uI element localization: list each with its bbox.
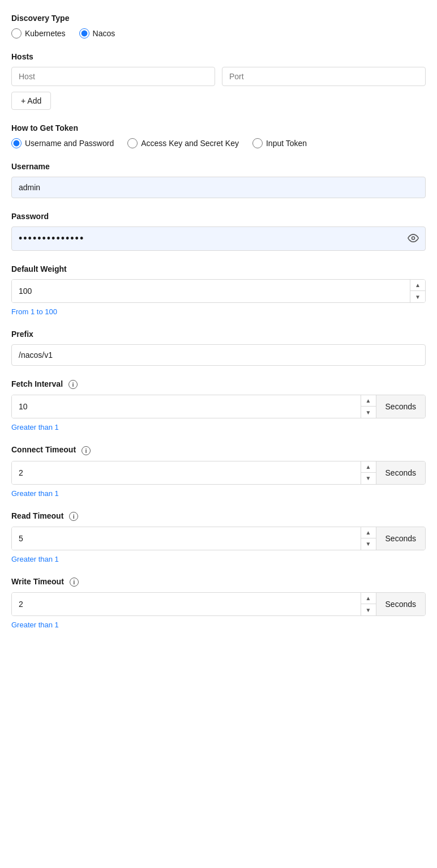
radio-nacos[interactable]: Nacos — [79, 28, 115, 39]
radio-kubernetes[interactable]: Kubernetes — [11, 28, 66, 39]
connect-timeout-info-icon[interactable]: i — [82, 446, 91, 455]
connect-timeout-number-field: ▲ ▼ Seconds — [11, 461, 426, 485]
username-input[interactable] — [11, 177, 426, 198]
discovery-type-label: Discovery Type — [11, 14, 426, 23]
default-weight-field-row: ▲ ▼ — [11, 279, 426, 303]
write-timeout-number-field: ▲ ▼ Seconds — [11, 592, 426, 616]
read-timeout-section: Read Timeout i ▲ ▼ Seconds Greater than … — [11, 511, 426, 563]
write-timeout-up-btn[interactable]: ▲ — [361, 593, 376, 604]
connect-timeout-up-btn[interactable]: ▲ — [361, 461, 376, 473]
password-field-row — [11, 226, 426, 251]
write-timeout-down-btn[interactable]: ▼ — [361, 604, 376, 615]
radio-input-token[interactable]: Input Token — [252, 138, 307, 148]
write-timeout-label: Write Timeout i — [11, 577, 426, 587]
username-field-row — [11, 177, 426, 198]
discovery-type-section: Discovery Type Kubernetes Nacos — [11, 14, 426, 39]
connect-timeout-input[interactable] — [12, 461, 361, 484]
host-input[interactable] — [11, 67, 215, 86]
radio-access-key[interactable]: Access Key and Secret Key — [127, 138, 239, 148]
default-weight-hint: From 1 to 100 — [11, 307, 426, 316]
fetch-interval-info-icon[interactable]: i — [68, 380, 78, 389]
write-timeout-unit: Seconds — [376, 593, 425, 615]
fetch-interval-input[interactable] — [12, 395, 361, 418]
read-timeout-info-icon[interactable]: i — [69, 512, 78, 521]
prefix-section: Prefix — [11, 330, 426, 366]
fetch-interval-field-row: ▲ ▼ Seconds — [11, 395, 426, 418]
prefix-input[interactable] — [11, 344, 426, 366]
connect-timeout-hint: Greater than 1 — [11, 489, 426, 498]
read-timeout-input[interactable] — [12, 527, 361, 550]
password-section: Password — [11, 212, 426, 251]
write-timeout-input[interactable] — [12, 593, 361, 615]
fetch-interval-number-field: ▲ ▼ Seconds — [11, 395, 426, 418]
read-timeout-number-field: ▲ ▼ Seconds — [11, 527, 426, 550]
hosts-row — [11, 67, 426, 86]
read-timeout-label: Read Timeout i — [11, 511, 426, 521]
prefix-field-row — [11, 344, 426, 366]
token-method-radio-group: Username and Password Access Key and Sec… — [11, 138, 426, 148]
write-timeout-info-icon[interactable]: i — [70, 578, 79, 587]
password-toggle-icon[interactable] — [408, 232, 419, 245]
default-weight-spinner: ▲ ▼ — [410, 280, 425, 302]
username-section: Username — [11, 162, 426, 198]
password-input[interactable] — [11, 226, 426, 251]
radio-username-password[interactable]: Username and Password — [11, 138, 114, 148]
connect-timeout-unit: Seconds — [376, 461, 425, 484]
read-timeout-down-btn[interactable]: ▼ — [361, 538, 376, 550]
default-weight-input[interactable] — [12, 280, 410, 302]
write-timeout-section: Write Timeout i ▲ ▼ Seconds Greater than… — [11, 577, 426, 629]
fetch-interval-down-btn[interactable]: ▼ — [361, 407, 376, 418]
svg-point-0 — [412, 237, 415, 240]
username-label: Username — [11, 162, 426, 171]
read-timeout-up-btn[interactable]: ▲ — [361, 527, 376, 538]
port-input[interactable] — [222, 67, 426, 86]
how-to-get-token-label: How to Get Token — [11, 123, 426, 132]
default-weight-up-btn[interactable]: ▲ — [410, 280, 425, 291]
read-timeout-field-row: ▲ ▼ Seconds — [11, 527, 426, 550]
fetch-interval-hint: Greater than 1 — [11, 423, 426, 431]
fetch-interval-section: Fetch Interval i ▲ ▼ Seconds Greater tha… — [11, 379, 426, 431]
connect-timeout-section: Connect Timeout i ▲ ▼ Seconds Greater th… — [11, 445, 426, 497]
read-timeout-spinner: ▲ ▼ — [361, 527, 376, 550]
prefix-label: Prefix — [11, 330, 426, 339]
hosts-section: Hosts + Add — [11, 52, 426, 110]
default-weight-section: Default Weight ▲ ▼ From 1 to 100 — [11, 264, 426, 316]
default-weight-down-btn[interactable]: ▼ — [410, 291, 425, 302]
fetch-interval-unit: Seconds — [376, 395, 425, 418]
hosts-label: Hosts — [11, 52, 426, 61]
fetch-interval-up-btn[interactable]: ▲ — [361, 395, 376, 407]
write-timeout-field-row: ▲ ▼ Seconds — [11, 592, 426, 616]
how-to-get-token-section: How to Get Token Username and Password A… — [11, 123, 426, 148]
connect-timeout-down-btn[interactable]: ▼ — [361, 473, 376, 484]
write-timeout-spinner: ▲ ▼ — [361, 593, 376, 615]
write-timeout-hint: Greater than 1 — [11, 621, 426, 629]
fetch-interval-label: Fetch Interval i — [11, 379, 426, 389]
add-host-button[interactable]: + Add — [11, 92, 51, 110]
default-weight-label: Default Weight — [11, 264, 426, 273]
connect-timeout-field-row: ▲ ▼ Seconds — [11, 461, 426, 485]
connect-timeout-spinner: ▲ ▼ — [361, 461, 376, 484]
read-timeout-hint: Greater than 1 — [11, 555, 426, 563]
discovery-type-radio-group: Kubernetes Nacos — [11, 28, 426, 39]
connect-timeout-label: Connect Timeout i — [11, 445, 426, 455]
read-timeout-unit: Seconds — [376, 527, 425, 550]
default-weight-number-field: ▲ ▼ — [11, 279, 426, 303]
fetch-interval-spinner: ▲ ▼ — [361, 395, 376, 418]
password-label: Password — [11, 212, 426, 221]
